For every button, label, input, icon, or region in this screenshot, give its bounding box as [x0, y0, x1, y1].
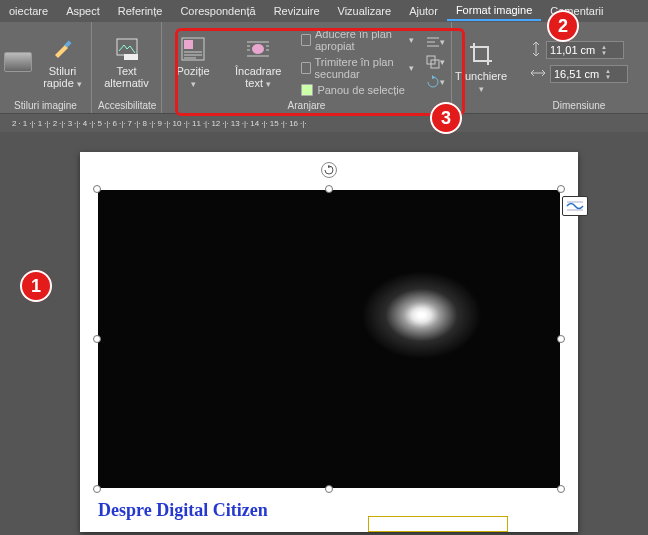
crop-icon	[467, 40, 495, 68]
resize-handle-tl[interactable]	[93, 185, 101, 193]
width-field[interactable]: ▲▼	[550, 65, 628, 83]
resize-handle-mr[interactable]	[557, 335, 565, 343]
resize-handle-bc[interactable]	[325, 485, 333, 493]
svg-rect-4	[184, 40, 193, 49]
rotate-handle[interactable]	[321, 162, 337, 178]
height-input[interactable]	[550, 44, 598, 56]
group-crop: Trunchiere▾	[452, 22, 510, 113]
group-label-accessibility: Accesibilitate	[98, 100, 155, 111]
group-label-styles: Stiluri imagine	[6, 100, 85, 111]
tab-references[interactable]: Referințe	[109, 2, 172, 20]
resize-handle-tc[interactable]	[325, 185, 333, 193]
height-field[interactable]: ▲▼	[546, 41, 624, 59]
crop-button[interactable]: Trunchiere▾	[451, 38, 511, 97]
group-label-size: Dimensiune	[516, 100, 642, 111]
tab-mailings[interactable]: Corespondență	[171, 2, 264, 20]
resize-handle-tr[interactable]	[557, 185, 565, 193]
width-icon	[530, 67, 546, 81]
text-box[interactable]	[368, 516, 508, 532]
chevron-down-icon: ▾	[77, 79, 82, 89]
height-icon	[530, 41, 542, 59]
chevron-down-icon: ▾	[191, 79, 196, 89]
wrap-text-icon	[244, 35, 272, 63]
alt-text-button[interactable]: Text alternativ	[98, 33, 155, 91]
annotation-badge-3: 3	[430, 102, 462, 134]
align-button[interactable]: ▾	[425, 33, 445, 51]
wrap-text-button[interactable]: Încadrare text ▾	[226, 33, 290, 92]
group-accessibility: Text alternativ Accesibilitate	[92, 22, 162, 113]
chevron-down-icon: ▾	[266, 79, 271, 89]
svg-rect-2	[124, 54, 138, 60]
group-picture-styles: Stiluri rapide ▾ Stiluri imagine	[0, 22, 92, 113]
selection-pane-icon	[301, 84, 313, 96]
horizontal-ruler[interactable]: 2·1·|·1·|·2·|·3·|·4·|·5·|·6·|·7·|·8·|·9·…	[0, 114, 648, 132]
quick-styles-gallery[interactable]	[4, 52, 32, 72]
tab-view[interactable]: Vizualizare	[329, 2, 401, 20]
layout-options-button[interactable]	[562, 196, 588, 216]
spin-down[interactable]: ▼	[601, 50, 609, 56]
document-canvas[interactable]: Despre Digital Citizen	[0, 132, 648, 535]
annotation-badge-2: 2	[547, 10, 579, 42]
resize-handle-br[interactable]	[557, 485, 565, 493]
svg-point-8	[252, 44, 264, 54]
chevron-down-icon: ▾	[479, 84, 484, 94]
alt-text-icon	[113, 35, 141, 63]
resize-handle-bl[interactable]	[93, 485, 101, 493]
bring-forward-button[interactable]: Aducere în plan apropiat ▾	[298, 27, 417, 53]
image-content	[98, 190, 560, 488]
width-input[interactable]	[554, 68, 602, 80]
group-size: ▲▼ ▲▼ Dimensiune	[510, 22, 648, 113]
resize-handle-ml[interactable]	[93, 335, 101, 343]
tab-design[interactable]: oiectare	[0, 2, 57, 20]
annotation-badge-1: 1	[20, 270, 52, 302]
rotate-button[interactable]: ▾	[425, 73, 445, 91]
selected-image[interactable]	[98, 190, 560, 488]
tab-help[interactable]: Ajutor	[400, 2, 447, 20]
tab-layout[interactable]: Aspect	[57, 2, 109, 20]
bring-forward-icon	[301, 34, 311, 46]
send-backward-button[interactable]: Trimitere în plan secundar ▾	[298, 55, 417, 81]
group-arrange: Poziție▾ Încadrare text ▾ Aducere în pla…	[162, 22, 452, 113]
quick-styles-button[interactable]: Stiluri rapide ▾	[38, 33, 88, 92]
selection-pane-button[interactable]: Panou de selecție	[298, 83, 417, 97]
position-icon	[179, 35, 207, 63]
paintbrush-icon	[49, 35, 77, 63]
position-button[interactable]: Poziție▾	[168, 33, 218, 92]
tab-picture-format[interactable]: Format imagine	[447, 1, 541, 21]
svg-rect-1	[117, 39, 137, 55]
document-page[interactable]: Despre Digital Citizen	[80, 152, 578, 532]
send-backward-icon	[301, 62, 310, 74]
tab-review[interactable]: Revizuire	[265, 2, 329, 20]
spin-down[interactable]: ▼	[605, 74, 613, 80]
group-label-arrange: Aranjare	[168, 100, 445, 111]
group-objects-button[interactable]: ▾	[425, 53, 445, 71]
